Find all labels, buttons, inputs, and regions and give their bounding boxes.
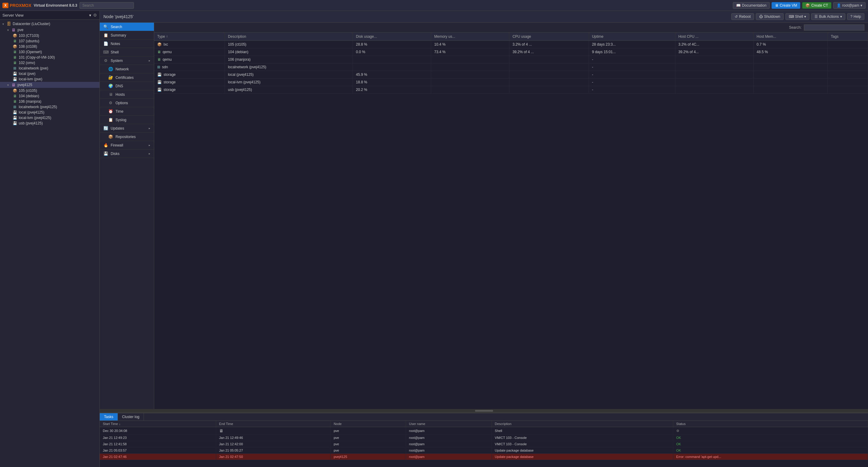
cell-type: 🖥qemu: [154, 48, 225, 56]
menu-item-firewall[interactable]: 🔥Firewall▸: [100, 141, 154, 149]
bottom-tab-cluster_log[interactable]: Cluster log: [118, 413, 144, 421]
sidebar-item-vm100[interactable]: 🖥100 (Openwrt): [0, 49, 99, 55]
cell-tags: [828, 78, 868, 86]
cell-uptime: -: [589, 63, 675, 71]
documentation-button[interactable]: 📖 Documentation: [733, 2, 770, 9]
reboot-button[interactable]: ↺ Reboot: [731, 13, 754, 20]
log-status: OK: [673, 435, 868, 441]
menu-item-shell[interactable]: ⌨Shell: [100, 48, 154, 57]
col-header-host_mem[interactable]: Host Mem...: [753, 33, 828, 41]
sidebar-item-sdn-pvej4125[interactable]: ⊞localnetwork (pvej4125): [0, 104, 99, 110]
col-header-memory_usage[interactable]: Memory us...: [431, 33, 509, 41]
menu-item-time[interactable]: ⏰Time: [100, 107, 154, 116]
repositories-menu-icon: 📦: [108, 134, 113, 139]
sidebar-item-vm107[interactable]: 🖥107 (ubuntu): [0, 38, 99, 44]
menu-item-certificates[interactable]: 🔐Certificates: [100, 73, 154, 82]
global-search-input[interactable]: [80, 2, 134, 9]
resize-handle[interactable]: [100, 409, 868, 413]
col-header-disk_usage[interactable]: Disk usage...: [353, 33, 431, 41]
sidebar-item-storage-usb-pvej4125[interactable]: 💾usb (pvej4125): [0, 121, 99, 126]
sidebar-item-pvej4125[interactable]: ▾🖥pvej4125: [0, 82, 99, 88]
cell-cpu_usage: [509, 86, 589, 94]
table-search-input[interactable]: [804, 25, 864, 31]
help-button[interactable]: ? Help: [847, 13, 864, 20]
log-description: Update package database: [492, 447, 673, 454]
col-header-cpu_usage[interactable]: CPU usage: [509, 33, 589, 41]
table-row[interactable]: 💾storageusb (pvej4125)20.2 %-: [154, 86, 868, 94]
sidebar: Server View ▾ ⚙ ▾🗄Datacenter (LiuCluster…: [0, 11, 100, 467]
sidebar-item-storage-locallvm-pvej4125[interactable]: 💾local-lvm (pvej4125): [0, 115, 99, 121]
menu-item-dns[interactable]: 🌍DNS: [100, 82, 154, 90]
log-row: Jan 21 05:03:57Jan 21 05:05:27pveroot@pa…: [100, 447, 868, 454]
col-header-description[interactable]: Description: [225, 33, 353, 41]
log-col-header[interactable]: Status: [673, 421, 868, 427]
menu-item-notes[interactable]: 📄Notes: [100, 40, 154, 48]
menu-item-disks[interactable]: 💾Disks▸: [100, 149, 154, 158]
log-col-header[interactable]: Description: [492, 421, 673, 427]
shell-icon: ⌨: [789, 14, 794, 19]
shell-button[interactable]: ⌨ Shell ▾: [785, 13, 810, 20]
log-end-time: Jan 21 02:47:50: [216, 454, 331, 460]
menu-item-network[interactable]: 🌐Network: [100, 65, 154, 73]
topbar-right: 📖 Documentation 🖥 Create VM 📦 Create CT …: [733, 2, 866, 9]
user-menu-button[interactable]: 👤 root@pam ▾: [833, 2, 866, 9]
table-row[interactable]: ⊞sdnlocalnetwork (pvej4125)-: [154, 63, 868, 71]
cell-uptime: -: [589, 78, 675, 86]
sidebar-item-pve[interactable]: ▾🖥pve: [0, 27, 99, 33]
col-header-tags[interactable]: Tags: [828, 33, 868, 41]
menu-item-repositories[interactable]: 📦Repositories: [100, 133, 154, 141]
sidebar-item-storage-locallvm-pve[interactable]: 💾local-lvm (pve): [0, 76, 99, 82]
sidebar-item-vm102[interactable]: 🖥102 (omv): [0, 60, 99, 66]
cell-host_cpu: [675, 71, 753, 78]
log-col-header[interactable]: Node: [331, 421, 406, 427]
summary-menu-icon: 📋: [103, 33, 108, 37]
sidebar-gear-icon[interactable]: ⚙: [93, 13, 97, 18]
sidebar-item-ct108[interactable]: 📦108 (ct108): [0, 44, 99, 49]
sidebar-item-vm101[interactable]: 🖥101 (Copy-of-VM-100): [0, 55, 99, 60]
menu-item-syslog[interactable]: 📋Syslog: [100, 116, 154, 124]
sidebar-item-storage-local-pve[interactable]: 💾local (pve): [0, 71, 99, 76]
sidebar-item-sdn-pve[interactable]: ⊞localnetwork (pve): [0, 66, 99, 71]
sidebar-item-ct105[interactable]: 📦105 (ct105): [0, 88, 99, 93]
table-row[interactable]: 🖥qemu104 (debian)0.0 %73.4 %39.2% of 4 .…: [154, 48, 868, 56]
shutdown-button[interactable]: ⏻ Shutdown: [756, 13, 783, 20]
cell-uptime: -: [589, 56, 675, 63]
menu-item-hosts[interactable]: 🖥Hosts: [100, 90, 154, 99]
menu-item-updates[interactable]: 🔄Updates▸: [100, 124, 154, 133]
cell-type: 📦lxc: [154, 41, 225, 48]
table-row[interactable]: 💾storagelocal (pvej4125)45.9 %-: [154, 71, 868, 78]
bulk-actions-button[interactable]: ☰ Bulk Actions ▾: [811, 13, 845, 20]
menu-item-system[interactable]: ⚙System▸: [100, 57, 154, 65]
power-icon: ⏻: [759, 14, 763, 19]
create-vm-button[interactable]: 🖥 Create VM: [772, 2, 800, 9]
col-header-uptime[interactable]: Uptime: [589, 33, 675, 41]
logo-proxmox: PROXMOX: [10, 3, 31, 8]
log-col-header[interactable]: User name: [406, 421, 492, 427]
log-col-header[interactable]: Start Time ↓: [100, 421, 216, 427]
sidebar-item-ct103[interactable]: 📦103 (CT103): [0, 33, 99, 38]
cell-memory_usage: [431, 71, 509, 78]
menu-item-search[interactable]: 🔍Search: [100, 23, 154, 31]
sidebar-item-vm106[interactable]: 🖥106 (manjora): [0, 99, 99, 104]
sidebar-item-vm104[interactable]: 🖥104 (debian): [0, 93, 99, 99]
log-username: root@pam: [406, 447, 492, 454]
col-header-type[interactable]: Type ↑: [154, 33, 225, 41]
sidebar-item-storage-local-pvej4125[interactable]: 💾local (pvej4125): [0, 110, 99, 115]
log-node: pve: [331, 435, 406, 441]
cell-tags: [828, 56, 868, 63]
menu-item-options[interactable]: ⚙Options: [100, 99, 154, 107]
log-col-header[interactable]: End Time: [216, 421, 331, 427]
bottom-tab-tasks[interactable]: Tasks: [100, 413, 118, 421]
col-header-host_cpu[interactable]: Host CPU ...: [675, 33, 753, 41]
create-ct-button[interactable]: 📦 Create CT: [802, 2, 831, 9]
table-row[interactable]: 💾storagelocal-lvm (pvej4125)18.8 %-: [154, 78, 868, 86]
table-row[interactable]: 📦lxc105 (ct105)28.8 %10.4 %3.2% of 4 ...…: [154, 41, 868, 48]
menu-item-summary[interactable]: 📋Summary: [100, 31, 154, 40]
table-row[interactable]: 🖥qemu106 (manjora)-: [154, 56, 868, 63]
cell-host_mem: [753, 86, 828, 94]
sidebar-item-datacenter[interactable]: ▾🗄Datacenter (LiuCluster): [0, 21, 99, 27]
cell-type: ⊞sdn: [154, 63, 225, 71]
log-end-time: Jan 21 05:05:27: [216, 447, 331, 454]
sidebar-dropdown-icon[interactable]: ▾: [89, 13, 91, 18]
cell-cpu_usage: 39.2% of 4 ...: [509, 48, 589, 56]
